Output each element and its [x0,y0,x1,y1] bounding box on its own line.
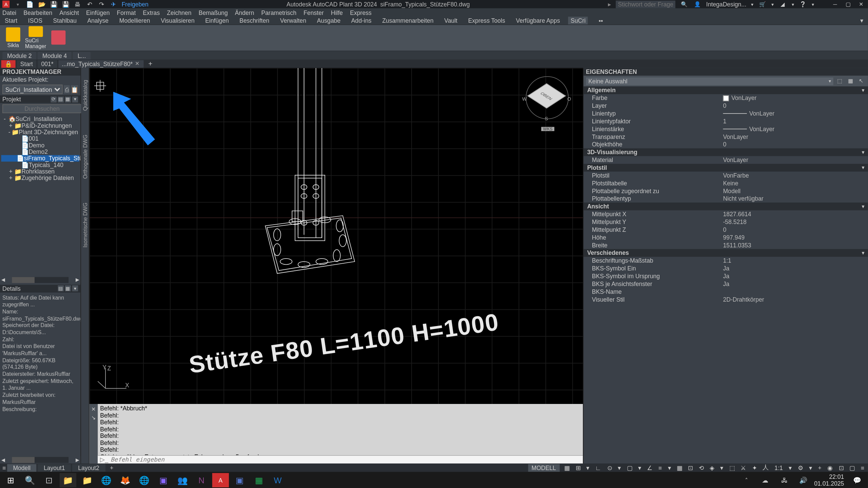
chrome-icon[interactable]: 🌐 [98,473,114,487]
layout-tab[interactable]: Layout2 [72,464,105,472]
cmd-close-icon[interactable]: ✕ [91,406,96,412]
prop-category[interactable]: Plotstil▾ [584,164,868,171]
select-icon[interactable]: ▦ [846,77,855,85]
tree-tool-icon[interactable]: ▤ [58,96,64,102]
prop-row[interactable]: Beschriftungs-Maßstab1:1 [584,257,868,265]
redo-icon[interactable]: ↷ [98,1,105,8]
tree-node[interactable]: 📄siFramo_Typicals_StützeF8 [1,155,79,161]
prop-row[interactable]: BKS je AnsichtsfensterJa [584,280,868,288]
menu-extras[interactable]: Extras [143,9,160,16]
app2-icon[interactable]: ▣ [231,473,248,487]
user-icon[interactable]: 👤 [693,1,702,8]
gizmo-icon[interactable]: ✦ [751,464,758,471]
module-tab[interactable]: L... [73,52,91,60]
transparency-icon[interactable]: ▦ [676,464,684,471]
menu-ansicht[interactable]: Ansicht [59,9,79,16]
tree-tool3-icon[interactable]: ▾ [72,96,78,102]
tree-node[interactable]: 📄Typicals_140 [1,161,79,168]
project-search-input[interactable] [2,104,82,113]
side-tab[interactable]: Orthogonale DWG [82,135,88,179]
prop-row[interactable]: Objekthöhe0 [584,141,868,148]
ribbon-tab-stahlbau[interactable]: Stahlbau [51,17,79,24]
annoscale-icon[interactable]: 人 [762,464,770,472]
autocad-icon[interactable]: A [212,473,229,487]
project-select[interactable]: SuCri_Installation [2,85,63,94]
prop-row[interactable]: TransparenzVonLayer [584,133,868,141]
doc-tab[interactable]: Start [17,60,36,68]
taskbar-clock[interactable]: 22:01 01.01.2025 [814,474,846,487]
add-layout-button[interactable]: + [106,464,117,471]
ribbon-overflow-icon[interactable]: ▪▪ [596,17,606,24]
prop-row[interactable]: Plottabelle zugeordnet zuModell [584,187,868,195]
taskview-button[interactable]: ⊡ [41,473,57,487]
tree-node[interactable]: +📁Rohrklassen [1,168,79,175]
details-tool1-icon[interactable]: ▤ [58,285,64,291]
scale-icon[interactable]: 1:1 [773,464,784,471]
prop-row[interactable]: Breite1511.0353 [584,241,868,249]
dyn-ucs-icon[interactable]: ⬚ [728,464,736,471]
project-tool-2-icon[interactable]: 📋 [71,85,78,94]
doc-tab[interactable]: 001* [38,60,57,68]
snap-icon[interactable]: ⊞ [574,464,581,471]
doc-home-button[interactable]: 🔒 [1,60,16,68]
share-label[interactable]: Freigeben [122,1,149,7]
menu-fenster[interactable]: Fenster [303,9,324,16]
model-space-label[interactable]: MODELL [528,464,559,472]
doc-tab[interactable]: ...mo_Typicals_StützeF80*✕ [58,60,143,68]
ribbon-tab-isos[interactable]: ISOS [26,17,45,24]
layout-tab[interactable]: Modell [7,464,37,472]
search-button[interactable]: 🔍 [21,473,38,487]
side-tab[interactable]: Isometrische DWG [82,203,88,248]
close-tab-icon[interactable]: ✕ [135,61,140,67]
details-tool3-icon[interactable]: ▾ [72,285,78,291]
open-icon[interactable]: 📂 [38,1,45,8]
menu-bearbeiten[interactable]: Bearbeiten [23,9,52,16]
custom-icon[interactable]: ≡ [860,464,865,471]
prop-row[interactable]: PlotstilVonFarbe [584,171,868,179]
prop-row[interactable]: Höhe997.949 [584,233,868,241]
tray-vol-icon[interactable]: 🔊 [795,473,812,487]
undo-icon[interactable]: ↶ [86,1,93,8]
tree-node[interactable]: +📁P&ID-Zeichnungen [1,122,79,128]
explorer2-icon[interactable]: 📁 [79,473,95,487]
viewport[interactable]: Stütze F80 L=1100 H=1000 OBEN W O S WKS … [90,68,583,404]
menu-einfügen[interactable]: Einfügen [86,9,110,16]
menu-parametrisch[interactable]: Parametrisch [261,9,297,16]
menu-datei[interactable]: Datei [2,9,16,16]
prop-category[interactable]: Ansicht▾ [584,203,868,210]
ribbon-tab-verfügbare-apps[interactable]: Verfügbare Apps [513,17,562,24]
details-hscrollbar[interactable]: ◀▶ [0,456,80,464]
tray-cloud-icon[interactable]: ☁ [757,473,774,487]
otrack-icon[interactable]: ∠ [646,464,654,471]
project-tool-1-icon[interactable]: ⎙ [64,85,70,94]
menu-hilfe[interactable]: Hilfe [331,9,343,16]
gear-icon[interactable]: ⚙ [796,464,804,471]
selection-combo[interactable]: Keine Auswahl▾ [586,77,833,85]
new-tab-button[interactable]: + [145,60,156,68]
ribbon-collapse-icon[interactable]: ▾ [858,17,866,24]
cart-icon[interactable]: 🛒 [758,1,767,8]
refresh-icon[interactable]: ⟳ [51,96,57,102]
prop-row[interactable]: Mittelpunkt Y-58.5218 [584,218,868,226]
saveas-icon[interactable]: 💾 [62,1,69,8]
notification-icon[interactable]: 💬 [849,473,865,487]
menu-format[interactable]: Format [117,9,136,16]
ribbon-tab-visualisieren[interactable]: Visualisieren [158,17,197,24]
side-tab[interactable]: Quickkatalog [82,80,88,111]
quickselect-icon[interactable]: ⬚ [836,77,844,85]
ribbon-item-0[interactable]: Sikla [2,26,24,49]
pick-icon[interactable]: ↖ [857,77,866,85]
user-label[interactable]: IntegaDesign... [706,1,746,7]
prop-category[interactable]: 3D-Visualisierung▾ [584,148,868,156]
plot-icon[interactable]: 🖶 [74,1,81,8]
tree-node[interactable]: -🏠SuCri_Installation [1,116,79,122]
teams-icon[interactable]: 👥 [174,473,191,487]
prop-row[interactable]: Mittelpunkt Z0 [584,226,868,233]
lineweight-icon[interactable]: ≡ [657,464,663,471]
explorer-icon[interactable]: 📁 [60,473,76,487]
module-tab[interactable]: Module 4 [38,52,72,60]
start-button[interactable]: ⊞ [2,473,19,487]
prop-row[interactable]: Linientypfaktor1 [584,117,868,125]
word-icon[interactable]: W [270,473,286,487]
cycle-icon[interactable]: ⟲ [698,464,705,471]
